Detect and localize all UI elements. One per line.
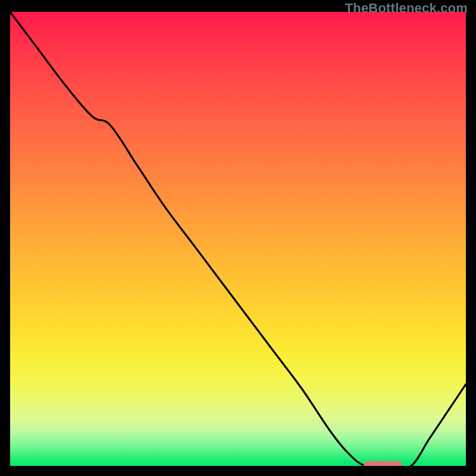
optimal-range-marker (364, 461, 402, 466)
chart-curve (10, 12, 466, 466)
chart-frame: TheBottleneck.com (0, 0, 476, 476)
chart-plot-area (10, 12, 466, 466)
watermark-text: TheBottleneck.com (345, 1, 468, 16)
